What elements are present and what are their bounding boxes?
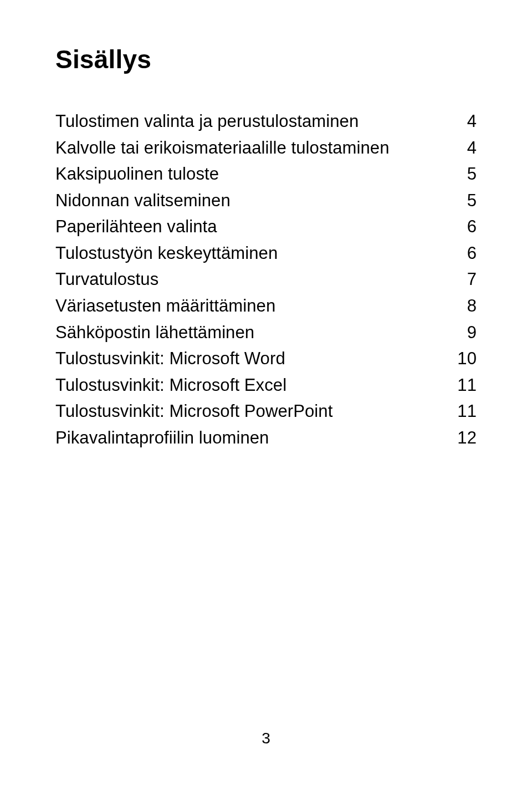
toc-row: Turvatulostus 7 [55, 267, 477, 292]
toc-label: Kalvolle tai erikoismateriaalille tulost… [55, 135, 454, 161]
toc-page: 12 [454, 425, 477, 451]
toc-row: Väriasetusten määrittäminen 8 [55, 293, 477, 319]
toc-row: Tulostusvinkit: Microsoft PowerPoint 11 [55, 399, 477, 424]
toc-label: Pikavalintaprofiilin luominen [55, 425, 454, 451]
toc-page: 6 [454, 241, 477, 266]
toc-row: Paperilähteen valinta 6 [55, 214, 477, 239]
toc-page: 9 [454, 320, 477, 345]
toc-label: Tulostustyön keskeyttäminen [55, 241, 454, 266]
toc-page: 5 [454, 188, 477, 213]
toc-label: Väriasetusten määrittäminen [55, 293, 454, 319]
toc-row: Tulostustyön keskeyttäminen 6 [55, 241, 477, 266]
toc-page: 8 [454, 293, 477, 319]
toc-page: 4 [454, 135, 477, 161]
toc-page: 11 [454, 373, 477, 398]
toc-label: Tulostusvinkit: Microsoft PowerPoint [55, 399, 454, 424]
toc-row: Kalvolle tai erikoismateriaalille tulost… [55, 135, 477, 161]
toc-label: Tulostimen valinta ja perustulostaminen [55, 109, 454, 134]
toc-row: Sähköpostin lähettäminen 9 [55, 320, 477, 345]
page-number: 3 [0, 730, 532, 747]
toc-row: Kaksipuolinen tuloste 5 [55, 161, 477, 187]
toc-page: 7 [454, 267, 477, 292]
table-of-contents: Tulostimen valinta ja perustulostaminen … [55, 109, 477, 450]
toc-page: 6 [454, 214, 477, 239]
toc-label: Nidonnan valitseminen [55, 188, 454, 213]
toc-page: 10 [454, 346, 477, 371]
toc-label: Kaksipuolinen tuloste [55, 161, 454, 187]
toc-row: Tulostusvinkit: Microsoft Excel 11 [55, 373, 477, 398]
toc-row: Tulostimen valinta ja perustulostaminen … [55, 109, 477, 134]
toc-label: Turvatulostus [55, 267, 454, 292]
toc-row: Nidonnan valitseminen 5 [55, 188, 477, 213]
toc-row: Tulostusvinkit: Microsoft Word 10 [55, 346, 477, 371]
toc-label: Sähköpostin lähettäminen [55, 320, 454, 345]
toc-label: Tulostusvinkit: Microsoft Excel [55, 373, 454, 398]
toc-label: Paperilähteen valinta [55, 214, 454, 239]
toc-page: 4 [454, 109, 477, 134]
toc-label: Tulostusvinkit: Microsoft Word [55, 346, 454, 371]
toc-page: 5 [454, 161, 477, 187]
page-title: Sisällys [55, 44, 477, 74]
toc-row: Pikavalintaprofiilin luominen 12 [55, 425, 477, 451]
toc-page: 11 [454, 399, 477, 424]
